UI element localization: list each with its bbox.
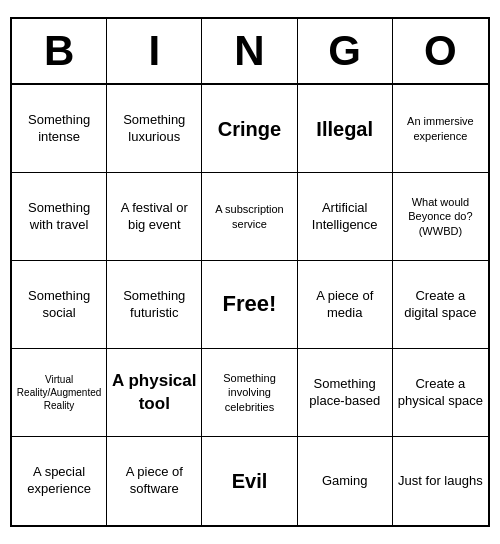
bingo-cell-1[interactable]: Something luxurious bbox=[107, 85, 202, 173]
bingo-cell-15[interactable]: Virtual Reality/Augmented Reality bbox=[12, 349, 107, 437]
bingo-cell-24[interactable]: Just for laughs bbox=[393, 437, 488, 525]
bingo-cell-10[interactable]: Something social bbox=[12, 261, 107, 349]
bingo-cell-16[interactable]: A physical tool bbox=[107, 349, 202, 437]
bingo-cell-14[interactable]: Create a digital space bbox=[393, 261, 488, 349]
bingo-grid: Something intenseSomething luxuriousCrin… bbox=[12, 85, 488, 525]
letter-g: G bbox=[298, 19, 393, 83]
bingo-cell-21[interactable]: A piece of software bbox=[107, 437, 202, 525]
bingo-cell-3[interactable]: Illegal bbox=[298, 85, 393, 173]
letter-o: O bbox=[393, 19, 488, 83]
bingo-cell-17[interactable]: Something involving celebrities bbox=[202, 349, 297, 437]
letter-n: N bbox=[202, 19, 297, 83]
bingo-cell-0[interactable]: Something intense bbox=[12, 85, 107, 173]
bingo-cell-11[interactable]: Something futuristic bbox=[107, 261, 202, 349]
letter-i: I bbox=[107, 19, 202, 83]
bingo-cell-8[interactable]: Artificial Intelligence bbox=[298, 173, 393, 261]
bingo-cell-18[interactable]: Something place-based bbox=[298, 349, 393, 437]
letter-b: B bbox=[12, 19, 107, 83]
bingo-card: B I N G O Something intenseSomething lux… bbox=[10, 17, 490, 527]
bingo-cell-23[interactable]: Gaming bbox=[298, 437, 393, 525]
bingo-cell-19[interactable]: Create a physical space bbox=[393, 349, 488, 437]
bingo-cell-6[interactable]: A festival or big event bbox=[107, 173, 202, 261]
bingo-cell-4[interactable]: An immersive experience bbox=[393, 85, 488, 173]
bingo-cell-20[interactable]: A special experience bbox=[12, 437, 107, 525]
bingo-cell-13[interactable]: A piece of media bbox=[298, 261, 393, 349]
bingo-cell-12[interactable]: Free! bbox=[202, 261, 297, 349]
bingo-header: B I N G O bbox=[12, 19, 488, 85]
bingo-cell-22[interactable]: Evil bbox=[202, 437, 297, 525]
bingo-cell-9[interactable]: What would Beyonce do? (WWBD) bbox=[393, 173, 488, 261]
bingo-cell-7[interactable]: A subscription service bbox=[202, 173, 297, 261]
bingo-cell-2[interactable]: Cringe bbox=[202, 85, 297, 173]
bingo-cell-5[interactable]: Something with travel bbox=[12, 173, 107, 261]
